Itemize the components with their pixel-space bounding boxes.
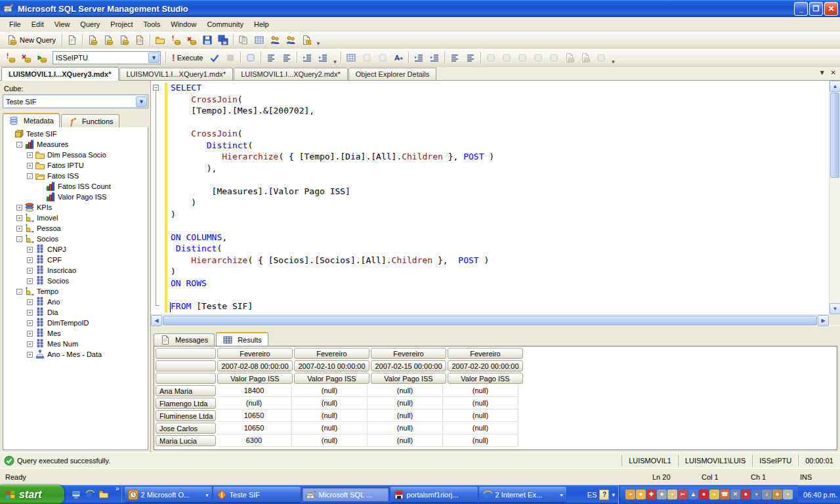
- database-combo[interactable]: ISSeIPTU ▼: [52, 51, 161, 64]
- activity-monitor-icon[interactable]: [251, 33, 267, 47]
- editor-results-splitter[interactable]: [151, 326, 840, 331]
- start-button[interactable]: start: [0, 485, 64, 504]
- menu-community[interactable]: Community: [201, 18, 249, 30]
- new-document-icon[interactable]: [64, 33, 80, 47]
- collapse-icon[interactable]: -: [27, 173, 33, 179]
- grid-cell[interactable]: (null): [368, 385, 443, 397]
- expand-icon[interactable]: +: [27, 320, 33, 326]
- grid-corner-cell[interactable]: [156, 360, 216, 371]
- grid-column-header[interactable]: Valor Pago ISS: [448, 373, 523, 384]
- comment-icon[interactable]: [263, 51, 279, 65]
- indent2-icon[interactable]: [411, 51, 427, 65]
- shape-arrow2-icon[interactable]: [546, 51, 562, 65]
- new-mdx-query-icon[interactable]: [85, 33, 100, 47]
- tree-item[interactable]: -Tempo: [3, 286, 148, 297]
- expand-icon[interactable]: +: [16, 226, 22, 232]
- grid-cell[interactable]: (null): [443, 385, 518, 397]
- grid-column-header[interactable]: Fevereiro: [371, 348, 446, 359]
- grid-row-header[interactable]: Maria Lucia: [156, 435, 216, 446]
- tab-close-icon[interactable]: ✕: [831, 69, 836, 76]
- quick-launch-desktop-icon[interactable]: [71, 489, 83, 501]
- expand-icon[interactable]: +: [16, 205, 22, 211]
- tree-item[interactable]: +Dia: [3, 307, 148, 318]
- taskbar-button[interactable]: e2 Internet Ex...▾: [479, 487, 566, 502]
- save-icon[interactable]: [200, 33, 215, 47]
- document-tab-4[interactable]: Object Explorer Details: [348, 68, 437, 80]
- toolbar3-overflow-icon[interactable]: ▼: [609, 59, 617, 66]
- tree-item[interactable]: +CPF: [3, 255, 148, 265]
- expand-icon[interactable]: +: [27, 341, 33, 347]
- tray-clock-icon[interactable]: ●: [636, 490, 646, 499]
- tab-functions[interactable]: ƒFunctions: [61, 114, 119, 127]
- grid-row-header[interactable]: Ana Maria: [156, 385, 216, 396]
- tray-modem-icon[interactable]: ☎: [720, 490, 730, 499]
- expand-icon[interactable]: +: [16, 215, 22, 221]
- tree-item[interactable]: +Pessoa: [3, 223, 148, 234]
- grid-corner-cell[interactable]: [156, 373, 216, 384]
- menu-project[interactable]: Project: [105, 18, 138, 30]
- hscroll-thumb[interactable]: [163, 316, 817, 326]
- tree-item[interactable]: +Socios: [3, 276, 148, 286]
- grid-cell[interactable]: (null): [292, 397, 368, 410]
- document-tab-1[interactable]: LUISMOVIL1.I...XQuery3.mdx*: [1, 67, 119, 81]
- document-tab-3[interactable]: LUISMOVIL1.I...XQuery2.mdx*: [234, 68, 348, 80]
- grid-cell[interactable]: 10650: [217, 422, 292, 434]
- grid-cell[interactable]: (null): [217, 397, 292, 410]
- shape-arrow1-icon[interactable]: [530, 51, 546, 65]
- cube-combo-arrow-icon[interactable]: ▼: [136, 96, 147, 107]
- profiler-icon[interactable]: [267, 33, 283, 47]
- scroll-right-icon[interactable]: ▶: [818, 315, 829, 326]
- tray-globe-icon[interactable]: ●: [741, 490, 751, 499]
- expand-icon[interactable]: +: [27, 268, 33, 274]
- tree-item[interactable]: +Imovel: [3, 213, 148, 223]
- open-file-icon[interactable]: [152, 33, 168, 47]
- grid-row-header[interactable]: Jose Carlos: [156, 423, 216, 434]
- expand-icon[interactable]: +: [27, 310, 33, 316]
- tray-window-icon[interactable]: ▪: [709, 490, 719, 499]
- taskbar-button[interactable]: iTeste SIF: [213, 487, 301, 502]
- copy-pages-icon[interactable]: [236, 33, 251, 47]
- go-reference-icon[interactable]: [359, 51, 375, 65]
- tree-item[interactable]: +Mes: [3, 328, 148, 339]
- tree-item[interactable]: +Inscricao: [3, 265, 148, 276]
- results-grid[interactable]: FevereiroFevereiroFevereiroFevereiro2007…: [154, 346, 837, 450]
- tray-speaker-icon[interactable]: ●: [772, 490, 782, 499]
- tray-security-alert-icon[interactable]: ✚: [646, 490, 656, 499]
- grid-column-header[interactable]: Fevereiro: [294, 348, 369, 359]
- indent-icon[interactable]: [299, 51, 315, 65]
- new-xmla-query-icon[interactable]: [116, 33, 132, 47]
- new-dmx-query-icon[interactable]: [100, 33, 116, 47]
- grid-cell[interactable]: (null): [443, 410, 518, 422]
- tree-item[interactable]: +DimTempoID: [3, 318, 148, 328]
- shape-callout1-icon[interactable]: [499, 51, 514, 65]
- pointer-icon[interactable]: [375, 51, 390, 65]
- menu-file[interactable]: File: [4, 18, 26, 30]
- grid-cell[interactable]: (null): [368, 434, 443, 447]
- grid-column-header[interactable]: Valor Pago ISS: [371, 373, 446, 384]
- sql-pane-icon[interactable]: [463, 51, 478, 65]
- tray-mouse-icon[interactable]: ▪: [783, 490, 793, 499]
- editor-horizontal-scrollbar[interactable]: ◀ ▶: [151, 314, 829, 326]
- tray-scheduler-icon[interactable]: ▪: [625, 490, 635, 499]
- tree-item[interactable]: -Measures: [3, 139, 148, 150]
- grid-row-header[interactable]: Flamengo Ltda: [156, 398, 216, 409]
- tree-item[interactable]: +CNPJ: [3, 244, 148, 255]
- grid-column-header[interactable]: Valor Pago ISS: [217, 373, 293, 384]
- taskbar-button[interactable]: 2 Microsoft O...▾: [125, 487, 212, 502]
- grid-cell[interactable]: (null): [443, 397, 518, 410]
- grid-cell[interactable]: (null): [443, 422, 518, 434]
- grid-cell[interactable]: 18400: [217, 385, 292, 397]
- quick-launch-folder-icon[interactable]: [98, 489, 110, 501]
- tab-list-dropdown-icon[interactable]: ▼: [819, 69, 826, 76]
- grid-corner-cell[interactable]: [156, 348, 216, 359]
- cube-combo[interactable]: Teste SIF ▼: [3, 94, 148, 108]
- close-button[interactable]: ✕: [824, 2, 838, 16]
- db-prev-icon[interactable]: [562, 51, 578, 65]
- expand-icon[interactable]: +: [27, 331, 33, 337]
- tab-results[interactable]: Results: [216, 332, 268, 346]
- expand-icon[interactable]: +: [27, 352, 33, 358]
- collapse-icon[interactable]: -: [16, 289, 22, 295]
- tree-item[interactable]: Valor Pago ISS: [3, 192, 148, 202]
- combo-arrow-icon[interactable]: ▼: [148, 52, 159, 63]
- minimize-button[interactable]: _: [794, 2, 808, 16]
